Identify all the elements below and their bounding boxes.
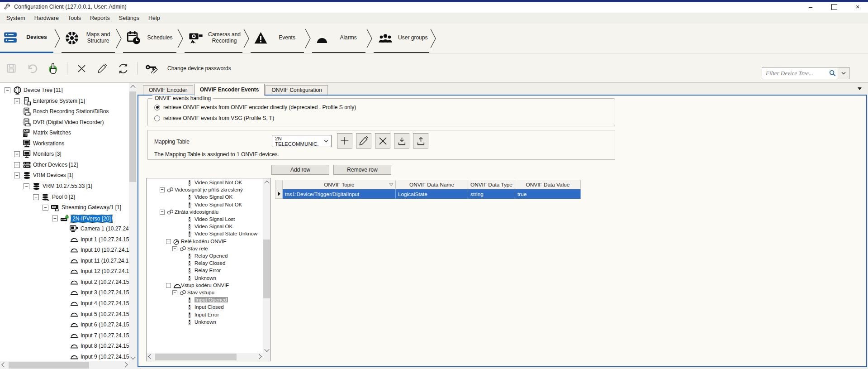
- scroll-right-button[interactable]: [121, 361, 129, 369]
- nav-tab-devices[interactable]: Devices: [0, 24, 53, 53]
- device-tree-item[interactable]: Camera 1 (10.27.24.15: [0, 224, 129, 234]
- device-tree-item[interactable]: +Other Devices [12]: [0, 160, 129, 170]
- device-tree-item[interactable]: Input 3 (10.27.24.15): [0, 288, 129, 298]
- event-tree-item[interactable]: Video Signal State Unknow: [147, 230, 263, 238]
- event-tree-item[interactable]: Input Closed: [147, 304, 263, 311]
- collapse-box[interactable]: −: [166, 283, 171, 288]
- tab-onvif-encoder[interactable]: ONVIF Encoder: [143, 85, 193, 95]
- radio-option[interactable]: retrieve ONVIF events from ONVIF encoder…: [154, 104, 356, 110]
- scroll-down-button[interactable]: [129, 354, 137, 361]
- device-tree-item[interactable]: Input 5 (10.27.24.15): [0, 309, 129, 320]
- column-header-onvif-topic[interactable]: ONVIF Topic: [283, 180, 396, 189]
- scroll-down-button[interactable]: [263, 346, 270, 354]
- event-tree-item[interactable]: Input Error: [147, 311, 263, 319]
- column-header-onvif-data-name[interactable]: ONVIF Data Name: [396, 180, 468, 189]
- mapping-delete-button[interactable]: [375, 133, 390, 149]
- collapse-box[interactable]: −: [166, 239, 171, 244]
- collapse-box[interactable]: −: [160, 187, 165, 192]
- minimize-button[interactable]: –: [805, 3, 816, 11]
- nav-tab-schedules[interactable]: Schedules: [123, 24, 176, 53]
- event-tree-item[interactable]: Relay Closed: [147, 260, 263, 267]
- nav-tab-maps-and-structure[interactable]: Maps and Structure: [62, 24, 115, 53]
- collapse-box[interactable]: −: [14, 173, 20, 178]
- device-tree-item[interactable]: Input 10 (10.27.24.15): [0, 245, 129, 255]
- device-tree-item[interactable]: −Pool 0 [2]: [0, 192, 129, 202]
- event-tree-item[interactable]: Video Signal OK: [147, 223, 263, 230]
- event-tree-item[interactable]: Video Signal Lost: [147, 216, 263, 223]
- add-row-button[interactable]: Add row: [271, 165, 329, 175]
- event-tree-item[interactable]: Video Signal Not OK: [147, 201, 263, 209]
- nav-tab-events[interactable]: Events: [251, 24, 304, 53]
- event-tree-item[interactable]: −Videosignál je příliš zkreslený: [147, 187, 263, 194]
- event-tree-item[interactable]: −Stav vstupu: [147, 289, 263, 297]
- refresh-button[interactable]: [116, 62, 130, 75]
- radio-unselected-icon[interactable]: [154, 115, 160, 121]
- delete-button[interactable]: [75, 62, 88, 75]
- menu-item-hardware[interactable]: Hardware: [30, 14, 63, 23]
- remove-row-button[interactable]: Remove row: [333, 165, 391, 175]
- event-tree-item[interactable]: Video Signal Not OK: [147, 179, 263, 187]
- device-tree-item[interactable]: −2N-IPVerso [20]: [0, 213, 129, 224]
- device-tree-item[interactable]: Input 1 (10.27.24.15): [0, 235, 129, 245]
- device-tree-vertical-scrollbar[interactable]: [129, 83, 137, 361]
- row-selector-cell[interactable]: [275, 189, 283, 199]
- mapping-add-button[interactable]: [337, 133, 352, 149]
- event-tree-item[interactable]: −Ztráta videosignálu: [147, 209, 263, 216]
- menu-item-system[interactable]: System: [2, 14, 30, 23]
- maximize-button[interactable]: [828, 3, 840, 11]
- column-header-onvif-data-type[interactable]: ONVIF Data Type: [468, 180, 515, 189]
- device-tree-item[interactable]: Input 2 (10.27.24.15): [0, 277, 129, 288]
- tab-onvif-encoder-events[interactable]: ONVIF Encoder Events: [194, 84, 265, 96]
- radio-option[interactable]: retrieve ONVIF events from VSG (Profile …: [154, 115, 274, 121]
- expand-box[interactable]: +: [14, 98, 20, 104]
- device-tree-item[interactable]: −VRM 10.27.55.33 [1]: [0, 181, 129, 192]
- mapping-import-button[interactable]: [394, 133, 409, 149]
- scrollbar-thumb[interactable]: [9, 362, 89, 369]
- filter-input[interactable]: [762, 70, 829, 77]
- filter-dropdown-button[interactable]: [838, 67, 849, 79]
- mapping-table-dropdown[interactable]: 2N TELECOMMUNIC.: [272, 135, 332, 147]
- menu-item-settings[interactable]: Settings: [114, 14, 144, 23]
- device-tree-item[interactable]: Matrix Switches: [0, 128, 129, 138]
- device-tree-item[interactable]: −VRM Devices [1]: [0, 170, 129, 181]
- event-tree-item[interactable]: Unknown: [147, 275, 263, 282]
- tab-overflow-button[interactable]: [858, 87, 862, 90]
- device-tree-item[interactable]: Input 11 (10.27.24.15): [0, 256, 129, 266]
- change-passwords-button[interactable]: [145, 62, 158, 75]
- radio-selected-icon[interactable]: [154, 105, 160, 110]
- device-tree-item[interactable]: Input 7 (10.27.24.15): [0, 331, 129, 341]
- device-tree-item[interactable]: +Monitors [3]: [0, 149, 129, 159]
- event-tree-item[interactable]: −Stav relé: [147, 245, 263, 253]
- device-tree-item[interactable]: −Device Tree [11]: [0, 85, 129, 96]
- scrollbar-thumb[interactable]: [129, 91, 136, 182]
- scroll-left-button[interactable]: [0, 361, 8, 369]
- column-header-onvif-data-value[interactable]: ONVIF Data Value: [515, 180, 581, 189]
- mapping-export-button[interactable]: [413, 133, 428, 149]
- device-tree-item[interactable]: −Streaming Gateway/1 [1]: [0, 202, 129, 213]
- device-tree-item[interactable]: Input 8 (10.27.24.15): [0, 341, 129, 351]
- collapse-box[interactable]: −: [160, 210, 165, 215]
- device-tree-item[interactable]: Bosch Recording Station/DiBos: [0, 106, 129, 117]
- event-tree-item[interactable]: −Relé kodéru ONVIF: [147, 238, 263, 245]
- scroll-left-button[interactable]: [147, 353, 154, 361]
- menu-item-reports[interactable]: Reports: [85, 14, 114, 23]
- scroll-right-button[interactable]: [255, 353, 263, 361]
- device-tree-horizontal-scrollbar[interactable]: [0, 361, 129, 369]
- expand-box[interactable]: +: [14, 151, 20, 157]
- collapse-box[interactable]: −: [52, 216, 58, 221]
- nav-tab-cameras-and-recording[interactable]: Cameras and Recording: [185, 24, 242, 53]
- scroll-up-button[interactable]: [263, 178, 270, 186]
- menu-item-help[interactable]: Help: [144, 14, 165, 23]
- collapse-box[interactable]: −: [33, 194, 39, 200]
- collapse-box[interactable]: −: [5, 87, 10, 93]
- device-tree-item[interactable]: Input 6 (10.27.24.15): [0, 320, 129, 330]
- collapse-box[interactable]: −: [43, 205, 48, 211]
- event-tree-item[interactable]: Video Signal OK: [147, 194, 263, 201]
- tab-onvif-configuration[interactable]: ONVIF Configuration: [266, 85, 327, 95]
- mapping-edit-button[interactable]: [356, 133, 371, 149]
- event-tree-item[interactable]: −Vstup kodéru ONVIF: [147, 282, 263, 289]
- event-tree-item[interactable]: Relay Opened: [147, 253, 263, 260]
- nav-tab-alarms[interactable]: Alarms: [312, 24, 365, 53]
- device-tree-item[interactable]: Workstations: [0, 139, 129, 149]
- scroll-up-button[interactable]: [129, 83, 137, 91]
